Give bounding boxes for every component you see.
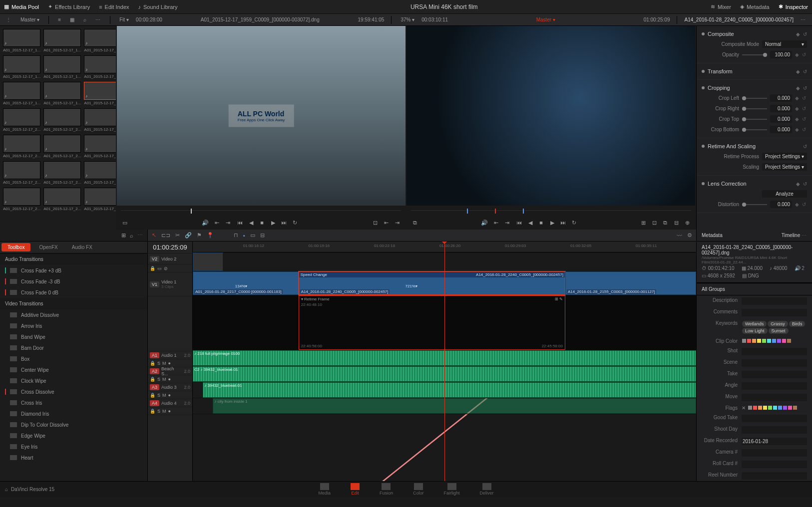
metadata-options[interactable]: ⋯ (802, 233, 807, 238)
media-clip[interactable]: ♪A01_2015-12-17_1... (84, 55, 116, 79)
goto-out-icon[interactable]: ⇥ (393, 220, 401, 226)
stop-icon[interactable]: ■ (537, 220, 545, 226)
inspector-options[interactable]: ⋯ (799, 16, 808, 23)
arm-icon[interactable]: ● (168, 377, 171, 382)
stop-icon[interactable]: ■ (258, 220, 266, 226)
arm-icon[interactable]: ● (168, 393, 171, 398)
solo-icon[interactable]: S (157, 377, 160, 382)
audio-track-select[interactable]: A3 (150, 384, 159, 390)
first-frame-icon[interactable]: ⏮ (236, 220, 244, 226)
mute-icon[interactable]: M (162, 409, 166, 414)
crop-slider[interactable] (742, 108, 767, 109)
metadata-scope[interactable]: Timeline (782, 233, 800, 238)
fx-item[interactable]: Heart (0, 452, 147, 463)
bin-options-icon[interactable]: ⋮ (4, 16, 13, 23)
meta-input[interactable] (742, 394, 807, 401)
audio-track-select[interactable]: A2 (150, 368, 159, 374)
v2-select[interactable]: V2 (150, 256, 159, 262)
mute-icon[interactable]: M (162, 361, 166, 366)
metadata-groups[interactable]: All Groups (702, 286, 725, 292)
position-lock-icon[interactable]: ▭ (250, 232, 255, 239)
fx-item[interactable]: Cross Dissolve (0, 386, 147, 397)
media-clip[interactable]: ♪A01_2015-12-17_1... (84, 29, 116, 52)
fx-item[interactable]: Edge Wipe (0, 430, 147, 441)
composite-header[interactable]: Composite◆↺ (702, 29, 807, 39)
fx-item[interactable]: Additive Dissolve (0, 309, 147, 320)
timeline-clip[interactable]: A01_2016-01-28_2217_C0000 [000000-001183… (193, 271, 299, 295)
media-clip[interactable]: ♪A01_2015-12-17_2... (3, 188, 40, 211)
razor-tool-icon[interactable]: ✂ (175, 232, 180, 239)
arm-icon[interactable]: ● (168, 361, 171, 366)
media-clip[interactable]: ♪A01_2015-12-17_2... (84, 108, 116, 132)
media-clip[interactable]: ♪A01_2015-12-17_2... (43, 161, 81, 185)
crop-value[interactable]: 0.000 (770, 126, 792, 133)
media-pool-toggle[interactable]: ▦Media Pool (4, 3, 39, 10)
match-frame-icon[interactable]: ⊡ (371, 220, 379, 226)
playhead[interactable] (444, 242, 445, 481)
v1-select[interactable]: V1 (150, 281, 159, 287)
fx-item[interactable]: Barn Door (0, 342, 147, 353)
fx-item[interactable]: Dip To Color Dissolve (0, 419, 147, 430)
next-frame-icon[interactable]: ⏭ (559, 220, 567, 226)
play-icon[interactable]: ▶ (548, 220, 556, 226)
page-fusion[interactable]: Fusion (380, 483, 393, 496)
mixer-toggle[interactable]: ≋Mixer (711, 3, 731, 10)
media-clip[interactable]: ♪A01_2015-12-17_2... (3, 108, 40, 132)
prg-scrubber[interactable] (406, 206, 696, 216)
crop-slider[interactable] (742, 129, 767, 130)
a4-clip[interactable]: ♪ city from inside 1 (213, 398, 696, 414)
v2-clip[interactable] (193, 253, 223, 271)
media-clip[interactable]: ♪A01_2015-12-17_1... (3, 29, 40, 52)
media-clip[interactable]: ♪A01_2015-12-17_1... (43, 82, 81, 105)
fit-to-fill-icon[interactable]: ⊟ (672, 220, 680, 226)
meta-input[interactable] (742, 297, 807, 305)
media-clip[interactable]: ♪A01_2015-12-17_2... (3, 161, 40, 185)
fx-options[interactable]: ⋯ (137, 232, 143, 239)
fx-item[interactable]: Cross Fade 0 dB (0, 287, 147, 298)
program-viewer[interactable] (406, 26, 695, 206)
view-grid-icon[interactable]: ▦ (68, 16, 76, 23)
meta-input[interactable] (742, 426, 807, 434)
fx-tab-toolbox[interactable]: Toolbox (1, 243, 30, 252)
mark-out-icon[interactable]: ⇥ (224, 220, 232, 226)
link-tool-icon[interactable]: 🔗 (185, 232, 192, 239)
mark-in-icon[interactable]: ⇤ (492, 220, 500, 226)
fx-search-icon[interactable]: ⌕ (130, 233, 133, 239)
lens-header[interactable]: Lens Correction◆↺ (702, 179, 807, 189)
search-icon[interactable]: ⌕ (81, 16, 88, 23)
solo-icon[interactable]: S (157, 361, 160, 366)
meta-input[interactable] (742, 382, 807, 390)
crop-slider[interactable] (742, 119, 767, 120)
lock-icon[interactable]: 🔒 (150, 377, 155, 382)
src-scrubber[interactable] (116, 206, 406, 216)
auto-select-icon[interactable]: ▭ (157, 266, 162, 271)
link-selection-icon[interactable]: ▪ (243, 233, 245, 239)
flag-tool-icon[interactable]: ⚑ (197, 232, 202, 239)
fx-item[interactable]: Band Wipe (0, 331, 147, 342)
snap-icon[interactable]: ⊓ (234, 232, 238, 239)
play-icon[interactable]: ▶ (269, 220, 277, 226)
page-media[interactable]: Media (318, 483, 331, 496)
prev-frame-icon[interactable]: ◀ (526, 220, 534, 226)
goto-in-icon[interactable]: ⇤ (382, 220, 390, 226)
timeline-clip[interactable]: A14_2016-01-28_2155_C0003_[000000-001127… (565, 271, 696, 295)
zoom-dropdown[interactable]: 37% ▾ (399, 16, 416, 23)
retime-header[interactable]: Retime And Scaling↺ (702, 141, 807, 151)
loop-icon[interactable]: ↻ (291, 220, 299, 226)
disable-icon[interactable]: ⊘ (164, 266, 168, 271)
timeline-clip[interactable]: Speed ChangeA14_2016-01-28_2240_C0005_[0… (299, 271, 565, 295)
fx-item[interactable]: Cross Iris (0, 397, 147, 408)
crop-value[interactable]: 0.000 (770, 115, 792, 123)
trim-tool-icon[interactable]: ⊏⊐ (161, 232, 170, 239)
loop-icon[interactable]: ↻ (570, 220, 578, 226)
view-list-icon[interactable]: ≡ (56, 16, 63, 23)
media-clip[interactable]: ♪A01_2015-12-17_2... (84, 161, 116, 185)
retime-process-select[interactable]: Project Settings▾ (762, 153, 807, 160)
sound-library-toggle[interactable]: ♪Sound Library (138, 4, 178, 10)
fx-expand-icon[interactable]: ⊞ (121, 232, 126, 239)
fx-item[interactable]: Eye Iris (0, 441, 147, 452)
replace-icon[interactable]: ⧉ (661, 220, 669, 226)
media-clip[interactable]: ♪A01_2015-12-17_2... (84, 188, 116, 211)
media-clip[interactable]: ♪A01_2015-12-17_1... (43, 55, 81, 79)
volume-icon[interactable]: 🔊 (480, 220, 488, 226)
